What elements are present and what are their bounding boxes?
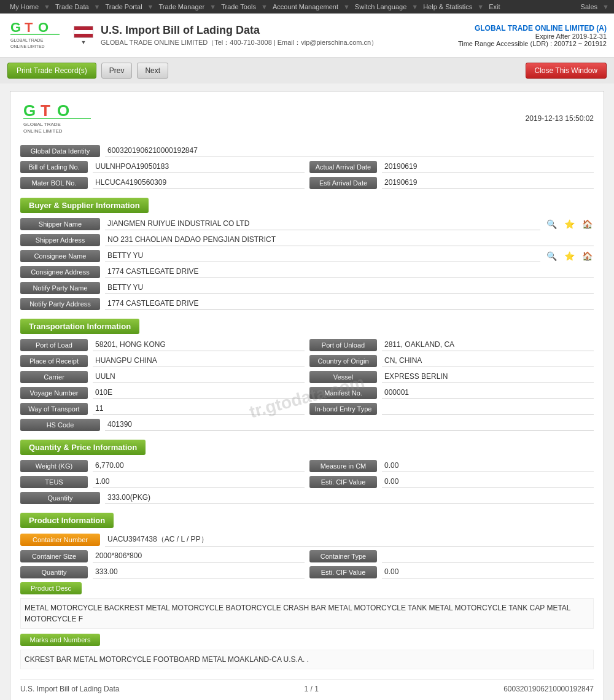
marks-and-numbers-label: Marks and Numbers [20,634,100,646]
master-bol-col: Mater BOL No. HLCUCA4190560309 [20,177,305,189]
product-quantity-col: Quantity 333.00 [20,566,305,578]
notify-party-address-value: 1774 CASTLEGATE DRIVE [105,298,594,310]
shipper-address-row: Shipper Address NO 231 CHAOLIAN DADAO PE… [20,234,594,246]
bol-no-col: Bill of Lading No. UULNHPOA19050183 [20,161,305,173]
consignee-star-icon[interactable]: ⭐ [563,251,576,261]
svg-text:G: G [10,20,21,35]
svg-text:GLOBAL TRADE: GLOBAL TRADE [23,122,61,127]
nav-sales[interactable]: Sales [576,3,603,10]
weight-col: Weight (KG) 6,770.00 [20,460,305,472]
hs-code-label: HS Code [20,419,100,431]
nav-trade-tools[interactable]: Trade Tools [216,3,261,10]
svg-text:GLOBAL TRADE: GLOBAL TRADE [10,38,44,42]
consignee-name-row: Consignee Name BETTY YU 🔍 ⭐ 🏠 [20,250,594,262]
product-desc-label: Product Desc [20,582,82,594]
way-of-transport-label: Way of Transport [20,403,88,415]
product-esti-cif-value: 0.00 [382,566,594,578]
teus-col: TEUS 1.00 [20,476,305,488]
notify-party-address-row: Notify Party Address 1774 CASTLEGATE DRI… [20,298,594,310]
way-of-transport-value: 11 [93,403,305,415]
esti-arrival-col: Esti Arrival Date 20190619 [309,177,594,189]
container-number-label: Container Number [20,534,100,546]
quantity-price-section-header: Quantity & Price Information [20,440,594,455]
flag-area: ▼ [74,26,93,45]
vessel-label: Vessel [309,371,377,383]
place-country-row: Place of Receipt HUANGPU CHINA Country o… [20,355,594,367]
voyage-number-col: Voyage Number 010E [20,387,305,399]
consignee-search-icon[interactable]: 🔍 [545,251,558,261]
record-logo: G T O GLOBAL TRADE ONLINE LIMITED [20,101,94,135]
consignee-address-row: Consignee Address 1774 CASTLEGATE DRIVE [20,266,594,278]
container-size-value: 2000*806*800 [93,550,305,562]
nav-account-management[interactable]: Account Management [268,3,343,10]
weight-measure-row: Weight (KG) 6,770.00 Measure in CM 0.00 [20,460,594,472]
esti-arrival-date-value: 20190619 [382,177,594,189]
company-name: GLOBAL TRADE ONLINE LIMITED (A) [458,24,607,33]
vessel-col: Vessel EXPRESS BERLIN [309,371,594,383]
record-id: 6003201906210000192847 [503,685,594,693]
voyage-manifest-row: Voyage Number 010E Manifest No. 000001 [20,387,594,399]
expire-date: Expire After 2019-12-31 [458,33,607,40]
port-row: Port of Load 58201, HONG KONG Port of Un… [20,339,594,351]
nav-trade-manager[interactable]: Trade Manager [154,3,209,10]
nav-exit[interactable]: Exit [484,3,505,10]
shipper-home-icon[interactable]: 🏠 [581,219,594,229]
product-info-title: Product Information [20,513,114,528]
close-button-top[interactable]: Close This Window [526,63,607,79]
measure-in-cm-value: 0.00 [382,460,594,472]
port-of-unload-col: Port of Unload 2811, OAKLAND, CA [309,339,594,351]
global-data-identity-value: 6003201906210000192847 [105,145,594,157]
main-content: tr.gtodata.com G T O GLOBAL TRADE ONLINE… [0,84,614,700]
port-of-load-col: Port of Load 58201, HONG KONG [20,339,305,351]
container-type-col: Container Type [309,550,594,562]
esti-cif-col: Esti. CIF Value 0.00 [309,476,594,488]
manifest-no-value: 000001 [382,387,594,399]
hs-code-value: 401390 [105,419,594,431]
header-right: GLOBAL TRADE ONLINE LIMITED (A) Expire A… [458,24,607,47]
record-timestamp: 2019-12-13 15:50:02 [526,114,594,123]
hs-code-row: HS Code 401390 [20,419,594,431]
top-navigation: My Home ▼ Trade Data ▼ Trade Portal ▼ Tr… [0,0,614,14]
nav-help-statistics[interactable]: Help & Statistics [418,3,477,10]
in-bond-entry-label: In-bond Entry Type [309,403,377,415]
container-number-value: UACU3947438（AC / L / PP） [105,533,594,546]
shipper-star-icon[interactable]: ⭐ [563,219,576,229]
consignee-name-value: BETTY YU [105,250,540,262]
way-of-transport-col: Way of Transport 11 [20,403,305,415]
quantity-price-title: Quantity & Price Information [20,440,146,455]
container-type-value [382,550,594,562]
weight-label: Weight (KG) [20,460,88,472]
product-esti-cif-label: Esti. CIF Value [309,566,377,578]
prev-button-top[interactable]: Prev [101,63,133,79]
product-quantity-value: 333.00 [93,566,305,578]
port-of-unload-label: Port of Unload [309,339,377,351]
page-header: G T O GLOBAL TRADE ONLINE LIMITED ▼ U.S.… [0,14,614,58]
nav-trade-portal[interactable]: Trade Portal [100,3,147,10]
place-of-receipt-label: Place of Receipt [20,355,88,367]
next-button-top[interactable]: Next [137,63,168,79]
product-desc-header-row: Product Desc [20,582,594,594]
page-title: U.S. Import Bill of Lading Data [101,24,458,37]
place-of-receipt-col: Place of Receipt HUANGPU CHINA [20,355,305,367]
nav-my-home[interactable]: My Home [5,3,44,10]
country-of-origin-label: Country of Origin [309,355,377,367]
esti-cif-value-label: Esti. CIF Value [309,476,377,488]
nav-switch-language[interactable]: Switch Language [350,3,411,10]
country-of-origin-col: Country of Origin CN, CHINA [309,355,594,367]
nav-trade-data[interactable]: Trade Data [50,3,94,10]
teus-cif-row: TEUS 1.00 Esti. CIF Value 0.00 [20,476,594,488]
port-of-load-label: Port of Load [20,339,88,351]
bol-row: Bill of Lading No. UULNHPOA19050183 Actu… [20,161,594,173]
svg-text:O: O [38,20,49,35]
consignee-home-icon[interactable]: 🏠 [581,251,594,261]
quantity-value: 333.00(PKG) [105,492,594,504]
measure-in-cm-label: Measure in CM [309,460,377,472]
shipper-search-icon[interactable]: 🔍 [545,219,558,229]
manifest-no-label: Manifest No. [309,387,377,399]
svg-text:G: G [23,101,36,120]
print-button-top[interactable]: Print Trade Record(s) [7,63,96,79]
global-data-identity-row: Global Data Identity 6003201906210000192… [20,145,594,157]
bol-no-label: Bill of Lading No. [20,161,88,173]
company-logo: G T O GLOBAL TRADE ONLINE LIMITED [7,20,63,52]
port-of-unload-value: 2811, OAKLAND, CA [382,339,594,351]
